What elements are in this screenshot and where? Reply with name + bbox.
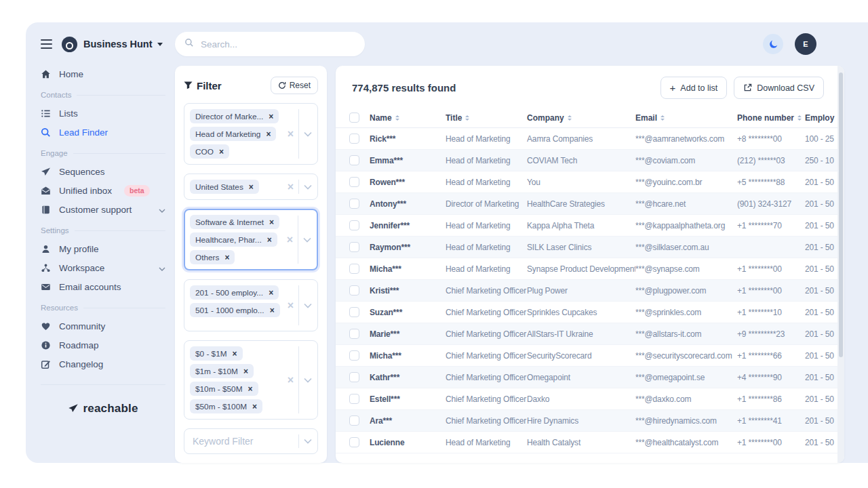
sidebar-item-my-profile[interactable]: My profile: [41, 239, 165, 258]
chevron-down-icon[interactable]: [304, 378, 312, 383]
add-to-list-button[interactable]: + Add to list: [660, 77, 728, 99]
row-checkbox[interactable]: [349, 415, 359, 426]
filter-select-keyword[interactable]: Keyword Filter: [184, 428, 318, 454]
column-header[interactable]: Name: [370, 113, 446, 123]
chevron-down-icon[interactable]: [159, 263, 165, 273]
clear-select-icon[interactable]: ×: [288, 182, 294, 192]
remove-chip-icon[interactable]: ×: [267, 235, 272, 245]
row-checkbox[interactable]: [349, 350, 359, 361]
chevron-down-icon[interactable]: [304, 303, 312, 308]
table-header: Name Title Company Email: [336, 108, 844, 128]
filter-select-industry[interactable]: × Software & Internet×Healthcare, Phar..…: [184, 209, 318, 270]
remove-chip-icon[interactable]: ×: [243, 367, 248, 376]
reset-filters-button[interactable]: Reset: [271, 77, 318, 94]
sidebar-item-unified-inbox[interactable]: Unified inbox beta: [41, 181, 165, 200]
remove-chip-icon[interactable]: ×: [252, 402, 257, 411]
filter-panel: Filter Reset × Director of Marke...×Head…: [175, 66, 327, 463]
column-header[interactable]: Title: [446, 113, 527, 123]
sidebar-item-changelog[interactable]: Changelog: [41, 354, 165, 373]
chevron-down-icon[interactable]: [159, 205, 165, 215]
filter-select-employees[interactable]: × 201 - 500 employ...×501 - 1000 emplo..…: [184, 279, 318, 331]
remove-chip-icon[interactable]: ×: [224, 253, 229, 262]
clear-select-icon[interactable]: ×: [288, 375, 294, 386]
table-row[interactable]: Antony*** Director of Marketing HealthCa…: [336, 193, 844, 215]
clear-select-icon[interactable]: ×: [287, 235, 293, 245]
remove-chip-icon[interactable]: ×: [233, 349, 237, 359]
remove-chip-icon[interactable]: ×: [219, 147, 224, 157]
chevron-down-icon[interactable]: [304, 439, 312, 444]
remove-chip-icon[interactable]: ×: [248, 384, 253, 394]
table-row[interactable]: Micha*** Chief Marketing Officer Securit…: [336, 345, 844, 367]
chevron-down-icon[interactable]: [303, 237, 311, 243]
row-checkbox[interactable]: [349, 220, 359, 230]
row-checkbox[interactable]: [349, 329, 359, 339]
sidebar-item-lead-finder[interactable]: Lead Finder: [41, 123, 165, 142]
clear-select-icon[interactable]: ×: [288, 300, 294, 311]
table-row[interactable]: Marie*** Chief Marketing Officer AllStar…: [336, 323, 844, 345]
row-checkbox[interactable]: [349, 394, 359, 404]
table-row[interactable]: Ara*** Chief Marketing Officer Hire Dyna…: [336, 410, 844, 432]
row-checkbox[interactable]: [349, 307, 359, 317]
search-input[interactable]: [199, 39, 355, 50]
chevron-down-icon[interactable]: [304, 184, 312, 190]
table-row[interactable]: Lucienne Head of Marketing Health Cataly…: [336, 432, 844, 453]
column-header[interactable]: Company: [527, 113, 635, 123]
global-search[interactable]: [175, 32, 365, 56]
table-row[interactable]: Emma*** Head of Marketing COVIAM Tech **…: [336, 150, 844, 171]
row-checkbox[interactable]: [349, 199, 359, 209]
filter-chip: 501 - 1000 emplo...×: [190, 303, 280, 317]
remove-chip-icon[interactable]: ×: [249, 182, 254, 192]
chevron-down-icon[interactable]: [304, 131, 312, 137]
cell-title: Chief Marketing Officer: [446, 416, 527, 426]
table-row[interactable]: Rick*** Head of Marketing Aamra Companie…: [336, 128, 844, 150]
scrollbar-thumb[interactable]: [839, 73, 843, 357]
table-row[interactable]: Suzan*** Chief Marketing Officer Sprinkl…: [336, 302, 844, 323]
remove-chip-icon[interactable]: ×: [269, 112, 273, 121]
remove-chip-icon[interactable]: ×: [266, 129, 271, 139]
cell-name: Antony***: [370, 199, 446, 209]
row-checkbox[interactable]: [349, 155, 359, 165]
sidebar-item-roadmap[interactable]: Roadmap: [41, 336, 165, 354]
table-row[interactable]: Raymon*** Head of Marketing SILK Laser C…: [336, 237, 844, 258]
sidebar-item-sequences[interactable]: Sequences: [41, 162, 165, 181]
cell-email: ***@aamranetworks.com: [635, 134, 737, 144]
sidebar-item-customer-support[interactable]: Customer support: [41, 200, 165, 219]
cell-company: You: [527, 178, 635, 187]
row-checkbox[interactable]: [349, 177, 359, 187]
download-csv-button[interactable]: Download CSV: [734, 77, 824, 99]
sidebar-item-home[interactable]: Home: [41, 64, 165, 83]
user-avatar[interactable]: E: [795, 33, 816, 55]
filter-select-job-title[interactable]: × Director of Marke...×Head of Marketing…: [184, 103, 318, 165]
caret-down-icon[interactable]: [157, 43, 163, 46]
inbox-icon: [41, 186, 51, 196]
remove-chip-icon[interactable]: ×: [269, 288, 273, 298]
table-row[interactable]: Estell*** Chief Marketing Officer Daxko …: [336, 388, 844, 410]
table-row[interactable]: Jennifer*** Head of Marketing Kappa Alph…: [336, 215, 844, 237]
table-row[interactable]: Kristi*** Chief Marketing Officer Plug P…: [336, 280, 844, 302]
row-checkbox[interactable]: [349, 372, 359, 382]
row-checkbox[interactable]: [349, 134, 359, 144]
sidebar-item-email-accounts[interactable]: Email accounts: [41, 277, 165, 296]
row-checkbox[interactable]: [349, 264, 359, 274]
column-header[interactable]: Phone number: [737, 113, 805, 123]
filter-select-country[interactable]: × United States×: [184, 174, 318, 200]
remove-chip-icon[interactable]: ×: [270, 306, 275, 315]
sidebar-item-workspace[interactable]: Workspace: [41, 258, 165, 277]
remove-chip-icon[interactable]: ×: [269, 218, 274, 227]
clear-select-icon[interactable]: ×: [288, 129, 294, 140]
hamburger-icon[interactable]: [41, 39, 52, 49]
dark-mode-toggle[interactable]: [763, 34, 783, 54]
cell-name: Rick***: [370, 134, 446, 144]
row-checkbox[interactable]: [349, 285, 359, 296]
filter-select-revenue[interactable]: × $0 - $1M×$1m - $10M×$10m - $50M×$50m -…: [184, 340, 318, 420]
row-checkbox[interactable]: [349, 437, 359, 447]
table-row[interactable]: Rowen*** Head of Marketing You ***@youin…: [336, 171, 844, 193]
table-row[interactable]: Kathr*** Chief Marketing Officer Omegapo…: [336, 367, 844, 388]
brand-name[interactable]: Business Hunt: [83, 39, 153, 49]
sidebar-item-community[interactable]: Community: [41, 317, 165, 336]
select-all-checkbox[interactable]: [349, 113, 359, 123]
column-header[interactable]: Email: [635, 113, 737, 123]
sidebar-item-lists[interactable]: Lists: [41, 104, 165, 123]
table-row[interactable]: Micha*** Head of Marketing Synapse Produ…: [336, 258, 844, 280]
row-checkbox[interactable]: [349, 242, 359, 252]
